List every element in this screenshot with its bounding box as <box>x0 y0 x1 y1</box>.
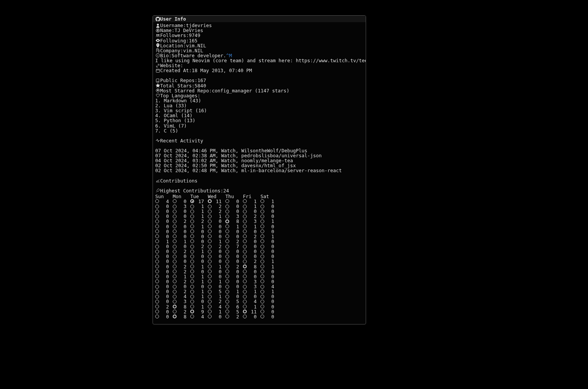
contrib-circle <box>208 279 212 283</box>
contrib-cell: 0 <box>243 249 260 254</box>
contrib-value: 2 <box>179 309 186 314</box>
contrib-value: 0 <box>196 269 204 274</box>
contrib-circle <box>208 295 212 299</box>
contrib-circle <box>208 285 212 289</box>
contrib-cell: 0 <box>155 274 173 279</box>
contrib-circle <box>225 199 229 203</box>
chart-icon <box>155 178 160 183</box>
contrib-cell: 0 <box>260 314 278 319</box>
contrib-circle <box>155 279 159 283</box>
contrib-circle <box>260 199 264 203</box>
contrib-value: 0 <box>161 219 169 224</box>
contrib-cell: 1 <box>190 289 208 294</box>
contrib-circle <box>155 310 159 313</box>
contrib-circle <box>243 220 247 223</box>
contrib-cell: 1 <box>190 279 208 284</box>
contrib-cell: 11 <box>243 309 260 314</box>
contrib-circle <box>208 234 212 238</box>
contrib-cell: 0 <box>260 309 278 314</box>
contrib-circle <box>155 229 159 233</box>
contrib-circle <box>155 270 159 273</box>
contrib-cell: 1 <box>173 274 190 279</box>
contrib-cell: 0 <box>208 249 225 254</box>
highest-contributions-row: Highest Contributions: 24 <box>155 188 363 193</box>
contrib-circle <box>260 279 264 283</box>
contrib-row: 0302540 <box>155 299 363 304</box>
contrib-circle <box>260 210 264 213</box>
contrib-cell: 0 <box>208 284 225 289</box>
contrib-cell: 2 <box>173 269 190 274</box>
contrib-circle <box>260 250 264 253</box>
contrib-value: 0 <box>161 234 169 239</box>
contrib-cell: 0 <box>155 279 173 284</box>
contrib-cell: 3 <box>243 279 260 284</box>
contrib-circle <box>155 245 159 249</box>
contrib-value: 8 <box>249 264 257 269</box>
contrib-cell: 0 <box>155 244 173 249</box>
contrib-cell: 1 <box>173 239 190 244</box>
contrib-circle <box>260 220 264 223</box>
contrib-value: 1 <box>196 264 204 269</box>
contrib-circle <box>260 224 264 228</box>
contrib-circle <box>190 234 194 238</box>
contrib-cell: 0 <box>243 244 260 249</box>
contrib-circle <box>260 315 264 318</box>
contrib-cell: 0 <box>260 279 278 284</box>
contrib-circle <box>155 285 159 289</box>
svg-rect-5 <box>156 69 159 72</box>
contrib-circle <box>208 210 212 213</box>
contrib-cell: 1 <box>190 274 208 279</box>
contrib-circle <box>173 265 177 268</box>
contrib-circle <box>260 305 264 308</box>
contrib-circle <box>243 234 247 238</box>
contrib-cell: 2 <box>173 279 190 284</box>
contrib-value: 2 <box>231 264 239 269</box>
contrib-cell: 1 <box>243 224 260 229</box>
contrib-circle <box>155 295 159 299</box>
contrib-circle <box>190 285 194 289</box>
contrib-cell: 4 <box>173 294 190 299</box>
contrib-value: 0 <box>179 224 186 229</box>
contrib-cell: 2 <box>208 209 225 214</box>
contrib-cell: 1 <box>225 289 243 294</box>
contrib-cell: 0 <box>225 249 243 254</box>
contrib-circle <box>260 270 264 273</box>
contrib-value: 1 <box>267 219 274 224</box>
contrib-circle <box>208 205 212 208</box>
day-header: Mon <box>173 194 190 199</box>
contrib-circle <box>190 315 194 318</box>
contrib-cell: 1 <box>208 214 225 219</box>
contrib-cell: 2 <box>208 244 225 249</box>
contrib-circle <box>243 239 247 243</box>
contrib-cell: 1 <box>260 219 278 224</box>
contrib-cell: 0 <box>173 284 190 289</box>
contrib-circle <box>260 265 264 268</box>
contrib-circle <box>208 215 212 218</box>
contrib-cell: 0 <box>155 204 173 209</box>
contrib-circle <box>208 250 212 253</box>
contrib-circle <box>155 239 159 243</box>
contrib-circle <box>243 310 247 313</box>
contrib-cell: 0 <box>260 294 278 299</box>
contrib-cell: 2 <box>243 259 260 264</box>
contrib-value: 8 <box>179 314 186 319</box>
svg-point-2 <box>156 34 157 36</box>
contrib-cell: 3 <box>243 284 260 289</box>
contrib-value: 4 <box>196 314 204 319</box>
contrib-cell: 3 <box>173 299 190 304</box>
contrib-cell: 1 <box>208 239 225 244</box>
contrib-value: 2 <box>249 234 257 239</box>
contrib-cell: 4 <box>208 304 225 309</box>
contrib-circle <box>173 285 177 289</box>
contrib-circle <box>173 315 177 318</box>
contrib-circle <box>155 210 159 213</box>
contrib-value: 1 <box>196 224 204 229</box>
contrib-cell: 0 <box>225 259 243 264</box>
language-item: 6. VimL (7) <box>155 123 363 128</box>
contrib-circle <box>243 274 247 278</box>
contrib-circle <box>190 245 194 249</box>
contrib-value: 4 <box>249 299 257 304</box>
contrib-circle <box>155 220 159 223</box>
contrib-row: 02915110 <box>155 309 363 314</box>
contrib-value: 0 <box>214 314 222 319</box>
